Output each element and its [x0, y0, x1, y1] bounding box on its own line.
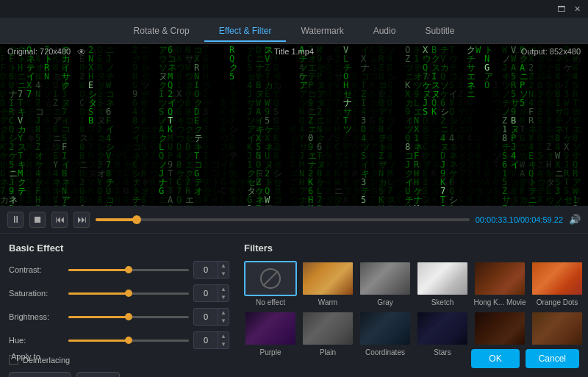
- tab-watermark[interactable]: Watermark: [286, 20, 358, 42]
- filter-warm[interactable]: Warm: [301, 261, 354, 306]
- purple-filter-visual: [245, 312, 295, 345]
- progress-thumb[interactable]: [132, 215, 141, 224]
- left-panel: Basic Effect Contrast: ▲ ▼ Saturation:: [9, 243, 229, 368]
- title-bar: 🗖 ✕: [0, 0, 588, 18]
- filter-thumb-purple: [244, 311, 297, 346]
- prev-button[interactable]: ⏮: [51, 212, 68, 228]
- saturation-down[interactable]: ▼: [218, 293, 229, 301]
- deinterlacing-row: Deinterlacing: [9, 355, 229, 365]
- ok-button[interactable]: OK: [471, 349, 519, 368]
- brightness-input[interactable]: [194, 311, 218, 323]
- filter-label-sketch: Sketch: [431, 298, 454, 306]
- hue-value-box: ▲ ▼: [193, 331, 229, 349]
- filter-thumb-gray: [359, 261, 412, 296]
- matrix-canvas-right: [290, 44, 588, 206]
- filter-stars[interactable]: Stars: [416, 311, 469, 356]
- saturation-up[interactable]: ▲: [218, 285, 229, 293]
- brightness-arrows: ▲ ▼: [218, 309, 229, 325]
- plain-filter-visual: [303, 312, 353, 345]
- reset-button[interactable]: Reset: [76, 372, 120, 377]
- filter-thumb-plain: [301, 311, 354, 346]
- brightness-down[interactable]: ▼: [218, 317, 229, 325]
- brightness-up[interactable]: ▲: [218, 309, 229, 317]
- stop-button[interactable]: ⏹: [29, 212, 46, 228]
- filter-gray[interactable]: Gray: [359, 261, 412, 306]
- gray-filter-visual: [360, 262, 410, 295]
- filter-purple[interactable]: Purple: [244, 311, 297, 356]
- contrast-slider[interactable]: [68, 269, 189, 271]
- pixelate-filter-visual: [532, 312, 582, 345]
- title-label: Title 1.mp4: [274, 47, 314, 56]
- filter-thumb-sketch: [416, 261, 469, 296]
- hue-label: Hue:: [9, 336, 64, 345]
- filter-label-orange-dots: Orange Dots: [537, 298, 578, 306]
- saturation-label: Saturation:: [9, 289, 64, 298]
- contrast-row: Contrast: ▲ ▼: [9, 261, 229, 279]
- brightness-row: Brightness: ▲ ▼: [9, 308, 229, 326]
- original-label: Original: 720x480: [7, 47, 71, 56]
- preview-area: Original: 720x480 👁 Title 1.mp4 Output: …: [0, 44, 588, 206]
- filter-hongk-movie[interactable]: Hong K... Movie: [473, 261, 526, 306]
- minimize-button[interactable]: 🗖: [556, 4, 566, 14]
- sketch-filter-visual: [417, 262, 467, 295]
- next-button[interactable]: ⏭: [74, 212, 90, 228]
- contrast-up[interactable]: ▲: [218, 262, 229, 270]
- saturation-slider[interactable]: [68, 292, 189, 295]
- filter-thumb-no-effect: [244, 261, 297, 296]
- saturation-value-box: ▲ ▼: [193, 284, 229, 302]
- filter-thumb-coordinates: [359, 311, 412, 346]
- close-button[interactable]: ✕: [572, 4, 582, 14]
- apply-to-all-button[interactable]: Apply to All: [9, 372, 71, 377]
- progress-bar[interactable]: [96, 218, 470, 221]
- time-display: 00:00:33.10/00:04:59.22: [476, 215, 563, 224]
- filter-label-plain: Plain: [320, 348, 336, 356]
- filter-label-warm: Warm: [318, 298, 337, 306]
- filter-coordinates[interactable]: Coordinates: [359, 311, 412, 356]
- apply-to-label: Apply to: [11, 352, 40, 361]
- filter-thumb-warm: [301, 261, 354, 296]
- hue-input[interactable]: [194, 334, 218, 346]
- preview-right: [290, 44, 588, 206]
- tab-audio[interactable]: Audio: [359, 20, 411, 42]
- output-label: Output: 852x480: [521, 47, 581, 56]
- filter-plain[interactable]: Plain: [301, 311, 354, 356]
- hue-arrows: ▲ ▼: [218, 332, 229, 348]
- tab-rotate-crop[interactable]: Rotate & Crop: [119, 20, 204, 42]
- orange-dots-filter-visual: [532, 262, 582, 295]
- preview-left: [0, 44, 290, 206]
- filters-grid: No effect Warm Gray Ske: [244, 261, 584, 356]
- filter-label-hongk: Hong K... Movie: [473, 298, 526, 306]
- saturation-input[interactable]: [194, 287, 218, 299]
- dialog-buttons: OK Cancel: [471, 349, 579, 368]
- pause-button[interactable]: ⏸: [7, 212, 24, 228]
- filter-thumb-modern: [473, 311, 526, 346]
- hue-down[interactable]: ▼: [218, 340, 229, 348]
- brightness-label: Brightness:: [9, 312, 64, 321]
- main-content: Basic Effect Contrast: ▲ ▼ Saturation:: [0, 234, 588, 377]
- hue-slider[interactable]: [68, 340, 189, 342]
- tab-subtitle[interactable]: Subtitle: [410, 20, 469, 42]
- cancel-button[interactable]: Cancel: [526, 349, 579, 368]
- brightness-slider[interactable]: [68, 316, 189, 318]
- filter-thumb-orange-dots: [531, 261, 584, 296]
- filter-no-effect[interactable]: No effect: [244, 261, 297, 306]
- contrast-value-box: ▲ ▼: [193, 261, 229, 279]
- tab-bar: Rotate & Crop Effect & Filter Watermark …: [0, 18, 588, 44]
- modern-filter-visual: [475, 312, 525, 345]
- tab-effect-filter[interactable]: Effect & Filter: [204, 20, 287, 42]
- filter-label-gray: Gray: [377, 298, 393, 306]
- contrast-arrows: ▲ ▼: [218, 262, 229, 278]
- contrast-input[interactable]: [194, 264, 218, 276]
- contrast-down[interactable]: ▼: [218, 270, 229, 278]
- filter-orange-dots[interactable]: Orange Dots: [531, 261, 584, 306]
- hue-row: Hue: ▲ ▼: [9, 331, 229, 349]
- hongk-filter-visual: [475, 262, 525, 295]
- filter-sketch[interactable]: Sketch: [416, 261, 469, 306]
- filter-thumb-stars: [416, 311, 469, 346]
- filter-label-purple: Purple: [260, 348, 282, 356]
- bottom-buttons: Apply to All Reset: [9, 372, 229, 377]
- hue-up[interactable]: ▲: [218, 332, 229, 340]
- volume-icon[interactable]: 🔊: [569, 214, 581, 225]
- eye-icon[interactable]: 👁: [77, 47, 86, 57]
- filter-thumb-hongk: [473, 261, 526, 296]
